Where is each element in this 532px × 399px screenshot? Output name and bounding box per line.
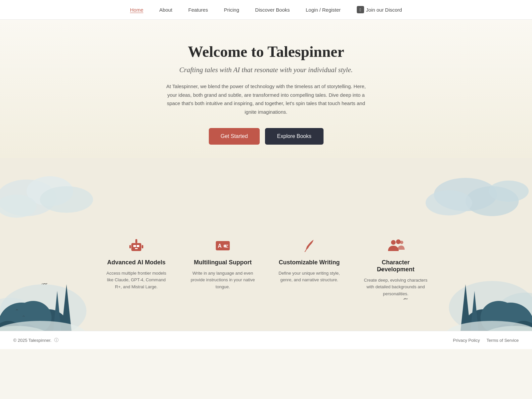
svg-point-8 bbox=[489, 181, 529, 202]
scene-container: 〜 〜 〜 〜 〜 〜 〜 〜 〜 〜 bbox=[0, 158, 532, 331]
nav-discord[interactable]:  Join our Discord bbox=[357, 6, 402, 13]
hero-title: Welcome to Talespinner bbox=[7, 43, 525, 61]
nav-home[interactable]: Home bbox=[130, 7, 143, 13]
svg-text:Z: Z bbox=[226, 244, 228, 249]
footer-info-icon[interactable]: ⓘ bbox=[54, 337, 59, 343]
feature-ai-models-desc: Access multiple frontier models like Cla… bbox=[103, 270, 170, 291]
hero-description: At Talespinner, we blend the power of te… bbox=[163, 82, 369, 116]
hero-subtitle: Crafting tales with AI that resonate wit… bbox=[7, 66, 525, 74]
svg-point-3 bbox=[40, 186, 93, 213]
footer-right: Privacy Policy Terms of Service bbox=[453, 338, 519, 343]
footer: © 2025 Talespinner. ⓘ Privacy Policy Ter… bbox=[0, 331, 532, 349]
svg-point-53 bbox=[391, 240, 396, 245]
nav-about[interactable]: About bbox=[159, 7, 172, 13]
feature-characters: Character Development Create deep, evolv… bbox=[362, 237, 429, 298]
feature-writing-title: Customizable Writing bbox=[276, 259, 342, 266]
svg-rect-43 bbox=[137, 245, 139, 247]
navigation: Home About Features Pricing Discover Boo… bbox=[0, 0, 532, 20]
svg-point-46 bbox=[135, 239, 137, 241]
svg-text:A: A bbox=[218, 243, 222, 249]
footer-copyright: © 2025 Talespinner. bbox=[13, 338, 52, 343]
feature-ai-models: Advanced AI Models Access multiple front… bbox=[103, 237, 170, 298]
discord-icon:  bbox=[357, 6, 364, 13]
get-started-button[interactable]: Get Started bbox=[209, 128, 260, 145]
feature-characters-title: Character Development bbox=[362, 259, 429, 273]
footer-privacy-link[interactable]: Privacy Policy bbox=[453, 338, 480, 343]
svg-rect-48 bbox=[142, 245, 143, 248]
characters-icon bbox=[362, 237, 429, 254]
nav-login-register[interactable]: Login / Register bbox=[306, 7, 341, 13]
discord-label: Join our Discord bbox=[366, 7, 402, 13]
features-section: Advanced AI Models Access multiple front… bbox=[0, 217, 532, 324]
footer-left: © 2025 Talespinner. ⓘ bbox=[13, 337, 59, 343]
feature-multilingual: A ✱ Z Multilingual Support Write in any … bbox=[190, 237, 256, 298]
explore-books-button[interactable]: Explore Books bbox=[265, 128, 323, 145]
writing-icon bbox=[276, 237, 342, 254]
hero-buttons: Get Started Explore Books bbox=[7, 128, 525, 145]
nav-pricing[interactable]: Pricing bbox=[224, 7, 239, 13]
svg-rect-44 bbox=[135, 248, 138, 249]
nav-discover-books[interactable]: Discover Books bbox=[255, 7, 290, 13]
svg-rect-42 bbox=[133, 245, 136, 247]
ai-models-icon bbox=[103, 237, 170, 254]
multilingual-icon: A ✱ Z bbox=[190, 237, 256, 254]
svg-rect-41 bbox=[131, 243, 141, 251]
feature-multilingual-desc: Write in any language and even provide i… bbox=[190, 270, 256, 291]
svg-rect-47 bbox=[129, 245, 131, 248]
footer-terms-link[interactable]: Terms of Service bbox=[486, 338, 519, 343]
feature-writing-desc: Define your unique writing style, genre,… bbox=[276, 270, 342, 284]
feature-multilingual-title: Multilingual Support bbox=[190, 259, 256, 266]
svg-point-54 bbox=[396, 239, 401, 244]
feature-characters-desc: Create deep, evolving characters with de… bbox=[362, 277, 429, 298]
hero-section: Welcome to Talespinner Crafting tales wi… bbox=[0, 20, 532, 158]
svg-point-7 bbox=[426, 190, 472, 215]
nav-features[interactable]: Features bbox=[188, 7, 208, 13]
feature-ai-models-title: Advanced AI Models bbox=[103, 259, 170, 266]
feature-writing: Customizable Writing Define your unique … bbox=[276, 237, 342, 298]
svg-point-55 bbox=[400, 241, 403, 244]
